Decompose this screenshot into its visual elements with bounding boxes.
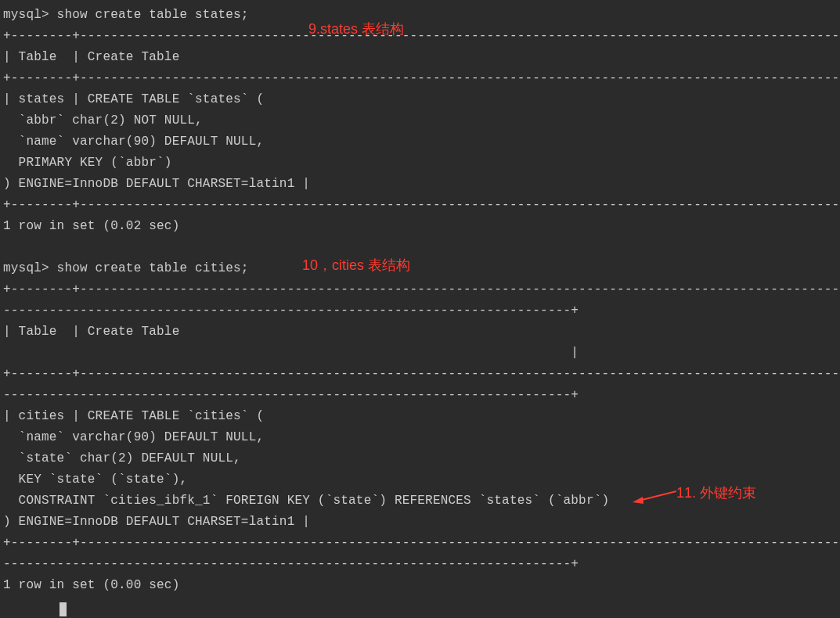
terminal-cursor bbox=[59, 602, 67, 616]
terminal-output: mysql> show create table states; +------… bbox=[0, 0, 840, 596]
annotation-cities-structure: 10，cities 表结构 bbox=[302, 258, 410, 272]
annotation-foreign-key: 11. 外键约束 bbox=[676, 486, 756, 500]
annotation-states-structure: 9.states 表结构 bbox=[308, 22, 404, 36]
